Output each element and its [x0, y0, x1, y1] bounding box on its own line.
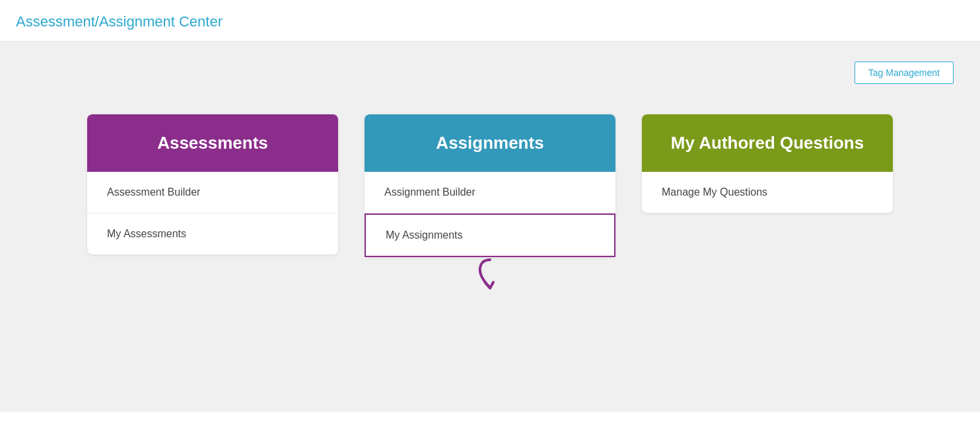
- my-authored-card-body: Manage My Questions: [642, 172, 893, 213]
- assignments-card-header: Assignments: [365, 114, 615, 172]
- my-assignments-item[interactable]: My Assignments: [365, 213, 615, 257]
- my-assessments-item[interactable]: My Assessments: [87, 213, 338, 254]
- cards-container: Assessments Assessment Builder My Assess…: [20, 114, 960, 257]
- cursor-arrow-icon: [473, 256, 507, 293]
- page-header: Assessment/Assignment Center: [0, 0, 980, 42]
- assessments-card: Assessments Assessment Builder My Assess…: [87, 114, 338, 254]
- assessments-card-body: Assessment Builder My Assessments: [87, 172, 338, 254]
- my-authored-card-header: My Authored Questions: [642, 114, 893, 172]
- page-title: Assessment/Assignment Center: [16, 13, 964, 30]
- my-authored-card: My Authored Questions Manage My Question…: [642, 114, 893, 213]
- tag-management-button[interactable]: Tag Management: [855, 61, 954, 84]
- assignment-builder-item[interactable]: Assignment Builder: [365, 172, 615, 213]
- main-content: Tag Management Assessments Assessment Bu…: [0, 42, 980, 412]
- assessment-builder-item[interactable]: Assessment Builder: [87, 172, 338, 213]
- assignments-card: Assignments Assignment Builder My Assign…: [365, 114, 615, 257]
- assignments-card-body: Assignment Builder My Assignments: [365, 172, 615, 257]
- assignments-card-wrapper: Assignments Assignment Builder My Assign…: [365, 114, 615, 257]
- assessments-card-title: Assessments: [157, 133, 268, 153]
- assessments-card-header: Assessments: [87, 114, 338, 172]
- manage-my-questions-item[interactable]: Manage My Questions: [642, 172, 893, 213]
- assignments-card-title: Assignments: [436, 133, 543, 153]
- my-authored-card-title: My Authored Questions: [671, 133, 864, 153]
